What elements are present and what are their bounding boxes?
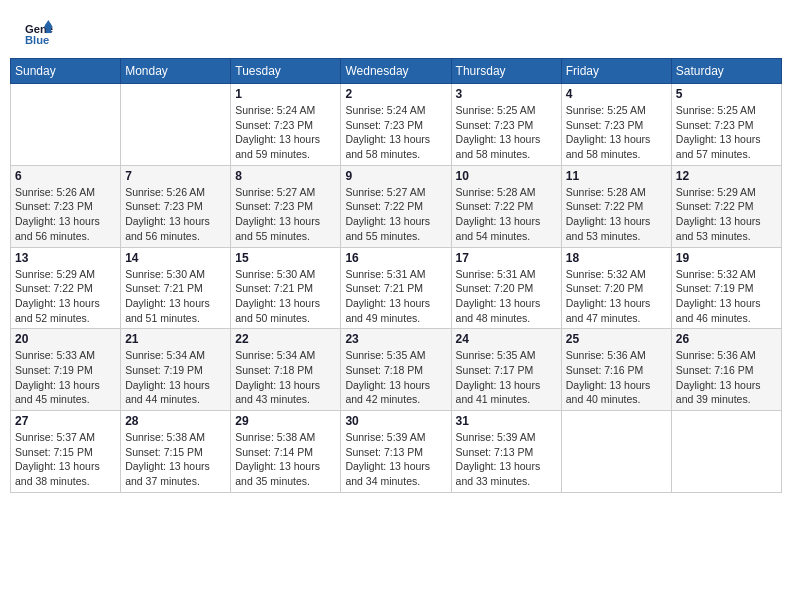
day-number: 11	[566, 169, 667, 183]
day-info: Sunrise: 5:31 AM Sunset: 7:20 PM Dayligh…	[456, 267, 557, 326]
day-info: Sunrise: 5:34 AM Sunset: 7:18 PM Dayligh…	[235, 348, 336, 407]
calendar-cell: 7Sunrise: 5:26 AM Sunset: 7:23 PM Daylig…	[121, 165, 231, 247]
day-info: Sunrise: 5:34 AM Sunset: 7:19 PM Dayligh…	[125, 348, 226, 407]
calendar-cell: 6Sunrise: 5:26 AM Sunset: 7:23 PM Daylig…	[11, 165, 121, 247]
day-info: Sunrise: 5:25 AM Sunset: 7:23 PM Dayligh…	[676, 103, 777, 162]
day-info: Sunrise: 5:37 AM Sunset: 7:15 PM Dayligh…	[15, 430, 116, 489]
day-number: 10	[456, 169, 557, 183]
calendar-cell: 1Sunrise: 5:24 AM Sunset: 7:23 PM Daylig…	[231, 84, 341, 166]
day-number: 18	[566, 251, 667, 265]
day-info: Sunrise: 5:38 AM Sunset: 7:14 PM Dayligh…	[235, 430, 336, 489]
day-number: 3	[456, 87, 557, 101]
calendar-cell: 4Sunrise: 5:25 AM Sunset: 7:23 PM Daylig…	[561, 84, 671, 166]
day-number: 12	[676, 169, 777, 183]
day-header-tuesday: Tuesday	[231, 59, 341, 84]
calendar-cell: 14Sunrise: 5:30 AM Sunset: 7:21 PM Dayli…	[121, 247, 231, 329]
calendar-cell: 16Sunrise: 5:31 AM Sunset: 7:21 PM Dayli…	[341, 247, 451, 329]
calendar-cell: 10Sunrise: 5:28 AM Sunset: 7:22 PM Dayli…	[451, 165, 561, 247]
day-number: 22	[235, 332, 336, 346]
day-number: 26	[676, 332, 777, 346]
logo: General Blue	[25, 20, 57, 48]
calendar-cell: 23Sunrise: 5:35 AM Sunset: 7:18 PM Dayli…	[341, 329, 451, 411]
day-number: 4	[566, 87, 667, 101]
calendar-cell: 31Sunrise: 5:39 AM Sunset: 7:13 PM Dayli…	[451, 411, 561, 493]
day-number: 23	[345, 332, 446, 346]
calendar-cell: 22Sunrise: 5:34 AM Sunset: 7:18 PM Dayli…	[231, 329, 341, 411]
day-info: Sunrise: 5:39 AM Sunset: 7:13 PM Dayligh…	[345, 430, 446, 489]
day-info: Sunrise: 5:25 AM Sunset: 7:23 PM Dayligh…	[456, 103, 557, 162]
calendar-cell: 11Sunrise: 5:28 AM Sunset: 7:22 PM Dayli…	[561, 165, 671, 247]
day-number: 28	[125, 414, 226, 428]
day-number: 19	[676, 251, 777, 265]
day-number: 27	[15, 414, 116, 428]
calendar-cell: 17Sunrise: 5:31 AM Sunset: 7:20 PM Dayli…	[451, 247, 561, 329]
svg-text:Blue: Blue	[25, 34, 49, 46]
calendar-cell	[121, 84, 231, 166]
day-info: Sunrise: 5:24 AM Sunset: 7:23 PM Dayligh…	[345, 103, 446, 162]
day-info: Sunrise: 5:27 AM Sunset: 7:23 PM Dayligh…	[235, 185, 336, 244]
day-number: 21	[125, 332, 226, 346]
calendar-table: SundayMondayTuesdayWednesdayThursdayFrid…	[10, 58, 782, 493]
calendar-cell	[561, 411, 671, 493]
calendar-week-row: 1Sunrise: 5:24 AM Sunset: 7:23 PM Daylig…	[11, 84, 782, 166]
day-number: 24	[456, 332, 557, 346]
calendar-cell: 5Sunrise: 5:25 AM Sunset: 7:23 PM Daylig…	[671, 84, 781, 166]
day-header-saturday: Saturday	[671, 59, 781, 84]
calendar-cell: 12Sunrise: 5:29 AM Sunset: 7:22 PM Dayli…	[671, 165, 781, 247]
calendar-cell: 15Sunrise: 5:30 AM Sunset: 7:21 PM Dayli…	[231, 247, 341, 329]
day-header-thursday: Thursday	[451, 59, 561, 84]
day-info: Sunrise: 5:30 AM Sunset: 7:21 PM Dayligh…	[125, 267, 226, 326]
calendar-cell: 19Sunrise: 5:32 AM Sunset: 7:19 PM Dayli…	[671, 247, 781, 329]
day-info: Sunrise: 5:35 AM Sunset: 7:18 PM Dayligh…	[345, 348, 446, 407]
calendar-week-row: 27Sunrise: 5:37 AM Sunset: 7:15 PM Dayli…	[11, 411, 782, 493]
day-info: Sunrise: 5:32 AM Sunset: 7:19 PM Dayligh…	[676, 267, 777, 326]
day-header-friday: Friday	[561, 59, 671, 84]
day-number: 17	[456, 251, 557, 265]
logo-icon: General Blue	[25, 20, 53, 48]
calendar-cell: 3Sunrise: 5:25 AM Sunset: 7:23 PM Daylig…	[451, 84, 561, 166]
calendar-cell: 21Sunrise: 5:34 AM Sunset: 7:19 PM Dayli…	[121, 329, 231, 411]
calendar-week-row: 20Sunrise: 5:33 AM Sunset: 7:19 PM Dayli…	[11, 329, 782, 411]
day-info: Sunrise: 5:33 AM Sunset: 7:19 PM Dayligh…	[15, 348, 116, 407]
day-number: 25	[566, 332, 667, 346]
day-number: 7	[125, 169, 226, 183]
day-header-sunday: Sunday	[11, 59, 121, 84]
calendar-cell: 9Sunrise: 5:27 AM Sunset: 7:22 PM Daylig…	[341, 165, 451, 247]
calendar-cell: 25Sunrise: 5:36 AM Sunset: 7:16 PM Dayli…	[561, 329, 671, 411]
day-info: Sunrise: 5:28 AM Sunset: 7:22 PM Dayligh…	[566, 185, 667, 244]
calendar-header-row: SundayMondayTuesdayWednesdayThursdayFrid…	[11, 59, 782, 84]
day-info: Sunrise: 5:27 AM Sunset: 7:22 PM Dayligh…	[345, 185, 446, 244]
calendar-cell: 29Sunrise: 5:38 AM Sunset: 7:14 PM Dayli…	[231, 411, 341, 493]
day-number: 30	[345, 414, 446, 428]
day-number: 20	[15, 332, 116, 346]
day-number: 8	[235, 169, 336, 183]
day-number: 5	[676, 87, 777, 101]
calendar-cell: 24Sunrise: 5:35 AM Sunset: 7:17 PM Dayli…	[451, 329, 561, 411]
calendar-cell: 28Sunrise: 5:38 AM Sunset: 7:15 PM Dayli…	[121, 411, 231, 493]
day-info: Sunrise: 5:25 AM Sunset: 7:23 PM Dayligh…	[566, 103, 667, 162]
calendar-cell: 27Sunrise: 5:37 AM Sunset: 7:15 PM Dayli…	[11, 411, 121, 493]
day-number: 15	[235, 251, 336, 265]
day-info: Sunrise: 5:29 AM Sunset: 7:22 PM Dayligh…	[676, 185, 777, 244]
day-info: Sunrise: 5:36 AM Sunset: 7:16 PM Dayligh…	[566, 348, 667, 407]
calendar-week-row: 6Sunrise: 5:26 AM Sunset: 7:23 PM Daylig…	[11, 165, 782, 247]
day-number: 6	[15, 169, 116, 183]
day-info: Sunrise: 5:29 AM Sunset: 7:22 PM Dayligh…	[15, 267, 116, 326]
day-info: Sunrise: 5:26 AM Sunset: 7:23 PM Dayligh…	[15, 185, 116, 244]
day-number: 31	[456, 414, 557, 428]
day-info: Sunrise: 5:32 AM Sunset: 7:20 PM Dayligh…	[566, 267, 667, 326]
day-info: Sunrise: 5:36 AM Sunset: 7:16 PM Dayligh…	[676, 348, 777, 407]
day-info: Sunrise: 5:31 AM Sunset: 7:21 PM Dayligh…	[345, 267, 446, 326]
day-header-wednesday: Wednesday	[341, 59, 451, 84]
calendar-cell: 26Sunrise: 5:36 AM Sunset: 7:16 PM Dayli…	[671, 329, 781, 411]
day-info: Sunrise: 5:38 AM Sunset: 7:15 PM Dayligh…	[125, 430, 226, 489]
day-number: 16	[345, 251, 446, 265]
calendar-cell	[11, 84, 121, 166]
day-info: Sunrise: 5:30 AM Sunset: 7:21 PM Dayligh…	[235, 267, 336, 326]
calendar-cell	[671, 411, 781, 493]
calendar-week-row: 13Sunrise: 5:29 AM Sunset: 7:22 PM Dayli…	[11, 247, 782, 329]
day-info: Sunrise: 5:39 AM Sunset: 7:13 PM Dayligh…	[456, 430, 557, 489]
calendar-cell: 30Sunrise: 5:39 AM Sunset: 7:13 PM Dayli…	[341, 411, 451, 493]
day-info: Sunrise: 5:26 AM Sunset: 7:23 PM Dayligh…	[125, 185, 226, 244]
day-number: 2	[345, 87, 446, 101]
